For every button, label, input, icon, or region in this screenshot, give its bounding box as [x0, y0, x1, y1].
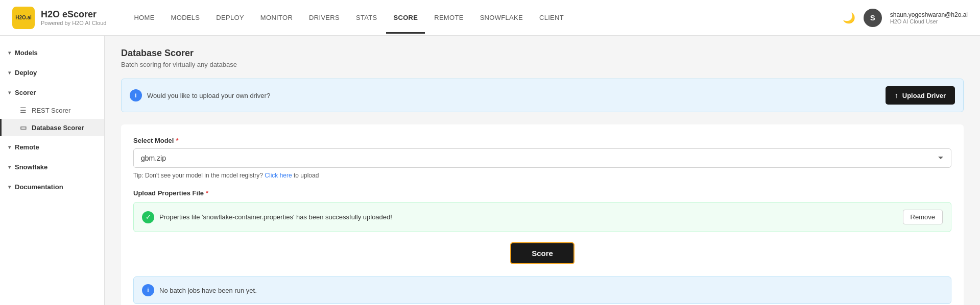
chevron-right-icon: ▾ [8, 184, 11, 190]
sidebar-group-snowflake-header[interactable]: ▾ Snowflake [0, 158, 104, 176]
sidebar-group-documentation-header[interactable]: ▾ Documentation [0, 178, 104, 196]
success-banner: ✓ Properties file 'snowflake-container.p… [133, 202, 951, 232]
tip-suffix: to upload [294, 172, 319, 179]
required-indicator: * [176, 137, 178, 144]
nav-remote[interactable]: REMOTE [427, 10, 470, 26]
chevron-down-icon: ▾ [8, 50, 11, 56]
app-title: H2O eScorer [41, 9, 106, 20]
info-banner-left: i Would you like to upload your own driv… [130, 89, 270, 101]
sidebar-group-remote: ▾ Remote [0, 138, 104, 156]
sidebar-group-models-label: Models [15, 49, 38, 57]
score-button-wrapper: Score [133, 242, 951, 264]
sidebar-item-database-scorer-label: Database Scorer [32, 124, 84, 132]
sidebar-group-documentation-label: Documentation [15, 183, 63, 191]
upload-properties-label: Upload Properties File * [133, 189, 951, 197]
info-icon: i [130, 89, 142, 101]
nav-home[interactable]: HOME [127, 10, 161, 26]
sidebar-group-remote-label: Remote [15, 143, 39, 151]
upload-icon: ↑ [895, 91, 898, 99]
score-button[interactable]: Score [510, 242, 575, 264]
logo-area: H2O.ai H2O eScorer Powered by H2O AI Clo… [12, 7, 106, 29]
sidebar-group-deploy: ▾ Deploy [0, 64, 104, 82]
sidebar-group-models-header[interactable]: ▾ Models [0, 44, 104, 62]
info-banner-text: Would you like to upload your own driver… [147, 92, 270, 99]
nav-drivers[interactable]: DRIVERS [302, 10, 347, 26]
sidebar-item-database-scorer[interactable]: ▭ Database Scorer [0, 119, 104, 136]
upload-driver-label: Upload Driver [902, 92, 946, 99]
no-jobs-text: No batch jobs have been run yet. [159, 287, 257, 294]
no-jobs-info-icon: i [142, 284, 154, 296]
sidebar-group-scorer-label: Scorer [15, 89, 36, 96]
page-subtitle: Batch scoring for virtually any database [121, 61, 964, 68]
main-nav: HOME MODELS DEPLOY MONITOR DRIVERS STATS… [127, 10, 842, 26]
nav-monitor[interactable]: MONITOR [253, 10, 300, 26]
sidebar-group-scorer: ▾ Scorer ☰ REST Scorer ▭ Database Scorer [0, 84, 104, 136]
logo-text: H2O.ai [15, 15, 32, 20]
chevron-down-icon: ▾ [8, 90, 11, 95]
header-right: 🌙 S shaun.yogeshwaran@h2o.ai H2O AI Clou… [843, 9, 968, 27]
sidebar-group-deploy-header[interactable]: ▾ Deploy [0, 64, 104, 82]
sidebar-group-snowflake-label: Snowflake [15, 163, 47, 171]
user-info: shaun.yogeshwaran@h2o.ai H2O AI Cloud Us… [890, 11, 968, 24]
header: H2O.ai H2O eScorer Powered by H2O AI Clo… [0, 0, 980, 36]
app-subtitle: Powered by H2O AI Cloud [41, 20, 106, 26]
nav-models[interactable]: MODELS [164, 10, 207, 26]
theme-toggle-icon[interactable]: 🌙 [843, 12, 855, 24]
info-banner: i Would you like to upload your own driv… [121, 79, 964, 112]
layout: ▾ Models ▾ Deploy ▾ Scorer ☰ REST Scorer… [0, 36, 980, 305]
nav-snowflake[interactable]: SNOWFLAKE [473, 10, 530, 26]
nav-client[interactable]: CLIENT [532, 10, 571, 26]
tip-text: Tip: Don't see your model in the model r… [133, 172, 951, 179]
success-text: Properties file 'snowflake-container.pro… [159, 213, 392, 221]
model-select[interactable]: gbm.zip [133, 148, 951, 168]
logo-text-area: H2O eScorer Powered by H2O AI Cloud [41, 9, 106, 26]
sidebar-group-snowflake: ▾ Snowflake [0, 158, 104, 176]
main-content: Database Scorer Batch scoring for virtua… [105, 36, 980, 305]
upload-driver-button[interactable]: ↑ Upload Driver [886, 86, 955, 105]
user-role: H2O AI Cloud User [890, 18, 968, 24]
sidebar-item-rest-scorer-label: REST Scorer [32, 107, 70, 114]
sidebar-group-models: ▾ Models [0, 44, 104, 62]
remove-button[interactable]: Remove [903, 210, 943, 224]
sidebar-group-scorer-header[interactable]: ▾ Scorer [0, 84, 104, 101]
user-email: shaun.yogeshwaran@h2o.ai [890, 11, 968, 18]
no-jobs-banner: i No batch jobs have been run yet. [133, 276, 951, 304]
nav-score[interactable]: SCORE [386, 10, 425, 26]
success-banner-left: ✓ Properties file 'snowflake-container.p… [142, 211, 392, 223]
chevron-right-icon: ▾ [8, 144, 11, 150]
nav-deploy[interactable]: DEPLOY [209, 10, 251, 26]
sidebar-group-deploy-label: Deploy [15, 69, 37, 77]
chevron-down-icon: ▾ [8, 70, 11, 75]
page-title: Database Scorer [121, 48, 964, 59]
required-indicator: * [206, 189, 208, 197]
sidebar-group-documentation: ▾ Documentation [0, 178, 104, 196]
sidebar-group-remote-header[interactable]: ▾ Remote [0, 138, 104, 156]
click-here-link[interactable]: Click here [265, 172, 292, 179]
sidebar-item-rest-scorer[interactable]: ☰ REST Scorer [0, 101, 104, 119]
logo-box: H2O.ai [12, 7, 35, 29]
avatar[interactable]: S [864, 9, 882, 27]
success-icon: ✓ [142, 211, 154, 223]
sidebar: ▾ Models ▾ Deploy ▾ Scorer ☰ REST Scorer… [0, 36, 105, 305]
rest-scorer-icon: ☰ [20, 106, 27, 114]
select-model-label: Select Model * [133, 137, 951, 144]
chevron-right-icon: ▾ [8, 164, 11, 170]
database-scorer-icon: ▭ [20, 123, 27, 132]
nav-stats[interactable]: STATS [349, 10, 384, 26]
form-section: Select Model * gbm.zip Tip: Don't see yo… [121, 124, 964, 305]
